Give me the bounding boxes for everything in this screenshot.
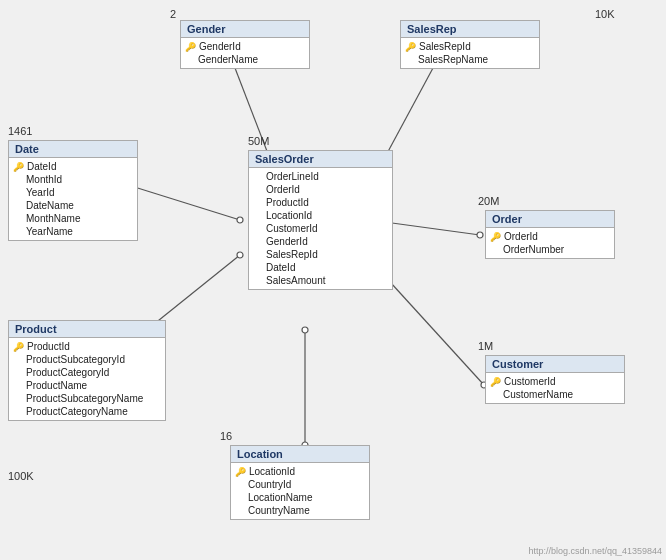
table-row: MonthName <box>9 212 137 225</box>
table-row: OrderId <box>249 183 392 196</box>
table-row: SalesRepName <box>401 53 539 66</box>
key-icon: 🔑 <box>405 42 416 52</box>
key-icon: 🔑 <box>185 42 196 52</box>
table-row: ProductSubcategoryId <box>9 353 165 366</box>
customer-label: 1M <box>478 340 493 352</box>
salesrep-table-header: SalesRep <box>401 21 539 38</box>
location-table-header: Location <box>231 446 369 463</box>
table-row: LocationId <box>249 209 392 222</box>
key-icon: 🔑 <box>490 377 501 387</box>
table-row: OrderNumber <box>486 243 614 256</box>
table-row: 🔑 LocationId <box>231 465 369 478</box>
product-label: 100K <box>8 470 34 482</box>
date-table: Date 🔑 DateId MonthId YearId DateName Mo… <box>8 140 138 241</box>
table-row: YearId <box>9 186 137 199</box>
key-icon: 🔑 <box>490 232 501 242</box>
svg-point-10 <box>477 232 483 238</box>
customer-table-header: Customer <box>486 356 624 373</box>
gender-label: 2 <box>170 8 176 20</box>
diagram-container: 2 Gender 🔑 GenderId GenderName 10K Sales… <box>0 0 666 560</box>
table-row: CustomerId <box>249 222 392 235</box>
product-table-header: Product <box>9 321 165 338</box>
table-row: LocationName <box>231 491 369 504</box>
order-label: 20M <box>478 195 499 207</box>
table-row: GenderName <box>181 53 309 66</box>
table-row: CountryId <box>231 478 369 491</box>
gender-table-header: Gender <box>181 21 309 38</box>
table-row: OrderLineId <box>249 170 392 183</box>
table-row: 🔑 SalesRepId <box>401 40 539 53</box>
table-row: 🔑 DateId <box>9 160 137 173</box>
customer-table: Customer 🔑 CustomerId CustomerName <box>485 355 625 404</box>
svg-point-20 <box>302 327 308 333</box>
table-row: 🔑 GenderId <box>181 40 309 53</box>
table-row: 🔑 CustomerId <box>486 375 624 388</box>
table-row: ProductId <box>249 196 392 209</box>
table-row: 🔑 OrderId <box>486 230 614 243</box>
table-row: ProductCategoryId <box>9 366 165 379</box>
location-table: Location 🔑 LocationId CountryId Location… <box>230 445 370 520</box>
table-row: MonthId <box>9 173 137 186</box>
table-row: CustomerName <box>486 388 624 401</box>
salesrep-label: 10K <box>595 8 615 20</box>
date-label: 1461 <box>8 125 32 137</box>
table-row: ProductCategoryName <box>9 405 165 418</box>
salesorder-label: 50M <box>248 135 269 147</box>
order-table: Order 🔑 OrderId OrderNumber <box>485 210 615 259</box>
table-row: DateName <box>9 199 137 212</box>
date-table-header: Date <box>9 141 137 158</box>
svg-point-8 <box>237 217 243 223</box>
table-row: ProductSubcategoryName <box>9 392 165 405</box>
key-icon: 🔑 <box>13 342 24 352</box>
order-table-header: Order <box>486 211 614 228</box>
table-row: CountryName <box>231 504 369 517</box>
salesrep-table: SalesRep 🔑 SalesRepId SalesRepName <box>400 20 540 69</box>
gender-table: Gender 🔑 GenderId GenderName <box>180 20 310 69</box>
table-row: DateId <box>249 261 392 274</box>
salesorder-table-header: SalesOrder <box>249 151 392 168</box>
table-row: YearName <box>9 225 137 238</box>
key-icon: 🔑 <box>235 467 246 477</box>
svg-point-14 <box>237 252 243 258</box>
table-row: SalesRepId <box>249 248 392 261</box>
product-table: Product 🔑 ProductId ProductSubcategoryId… <box>8 320 166 421</box>
key-icon: 🔑 <box>13 162 24 172</box>
table-row: SalesAmount <box>249 274 392 287</box>
salesorder-table: SalesOrder OrderLineId OrderId ProductId… <box>248 150 393 290</box>
table-row: ProductName <box>9 379 165 392</box>
table-row: 🔑 ProductId <box>9 340 165 353</box>
watermark: http://blog.csdn.net/qq_41359844 <box>528 546 662 556</box>
table-row: GenderId <box>249 235 392 248</box>
svg-line-6 <box>128 185 240 220</box>
location-label: 16 <box>220 430 232 442</box>
